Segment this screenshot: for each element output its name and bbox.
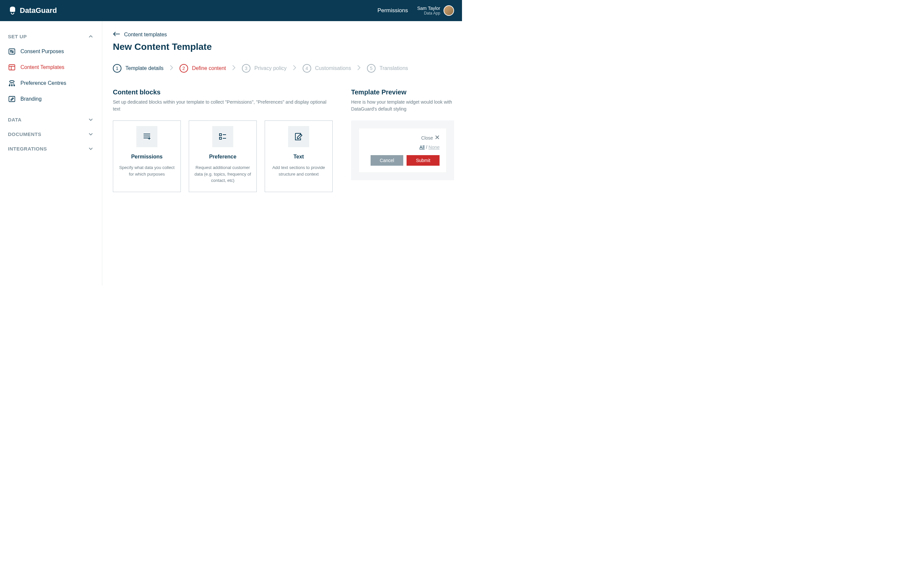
step-label: Customisations <box>315 65 351 71</box>
step-label: Define content <box>192 65 226 71</box>
svg-rect-0 <box>9 49 15 54</box>
stepper: 1 Template details 2 Define content 3 Pr… <box>113 64 454 73</box>
sidebar-section-documents[interactable]: DOCUMENTS <box>0 127 102 141</box>
user-name: Sam Taylor <box>417 6 440 11</box>
breadcrumb-label: Content templates <box>124 32 167 38</box>
sliders-icon <box>8 48 16 56</box>
page-title: New Content Template <box>113 42 454 52</box>
svg-point-13 <box>12 85 12 86</box>
separator: / <box>426 145 427 150</box>
sidebar-section-data[interactable]: DATA <box>0 112 102 127</box>
logo-icon <box>8 6 17 15</box>
block-card-permissions[interactable]: Permissions Specify what data you collec… <box>113 120 181 192</box>
preview-desc: Here is how your template widget would l… <box>351 99 454 113</box>
app-header: DataGuard Permissions Sam Taylor Data Ap… <box>0 0 462 21</box>
edit-icon <box>8 95 16 103</box>
content-blocks-title: Content blocks <box>113 88 333 96</box>
step-translations[interactable]: 5 Translations <box>367 64 408 73</box>
sidebar-item-content-templates[interactable]: Content Templates <box>0 59 102 75</box>
svg-rect-24 <box>219 137 221 139</box>
text-edit-icon <box>288 126 309 147</box>
preview-box: Close All / None <box>351 120 454 180</box>
chevron-right-icon <box>232 65 236 72</box>
chevron-right-icon <box>293 65 297 72</box>
sidebar-section-integrations[interactable]: INTEGRATIONS <box>0 141 102 156</box>
svg-rect-5 <box>9 65 15 70</box>
block-desc: Add text sections to provide structure a… <box>270 164 328 177</box>
close-icon <box>435 135 440 140</box>
block-card-preference[interactable]: Preference Request additional customer d… <box>189 120 257 192</box>
user-sub: Data App <box>417 11 440 15</box>
header-right: Permissions Sam Taylor Data App <box>378 5 454 16</box>
sidebar-item-label: Consent Purposes <box>20 48 64 54</box>
layout-icon <box>8 63 16 71</box>
step-num: 1 <box>113 64 122 73</box>
sidebar-section-label: SET UP <box>8 34 27 39</box>
header-permissions-link[interactable]: Permissions <box>378 7 408 14</box>
sidebar-item-label: Branding <box>20 96 42 102</box>
sidebar-item-preference-centres[interactable]: Preference Centres <box>0 75 102 91</box>
block-desc: Request additional customer data (e.g. t… <box>194 164 252 184</box>
block-title: Text <box>293 154 304 160</box>
chevron-up-icon <box>88 33 94 40</box>
logo[interactable]: DataGuard <box>8 6 57 15</box>
step-label: Translations <box>379 65 408 71</box>
close-label: Close <box>421 135 433 140</box>
preview-widget: Close All / None <box>359 128 446 172</box>
user-text: Sam Taylor Data App <box>417 6 440 15</box>
svg-point-2 <box>11 51 12 51</box>
avatar[interactable] <box>444 5 454 16</box>
chevron-down-icon <box>88 116 94 123</box>
block-card-text[interactable]: Text Add text sections to provide struct… <box>265 120 333 192</box>
sidebar-section-label: DATA <box>8 117 22 122</box>
chevron-down-icon <box>88 145 94 152</box>
preview-title: Template Preview <box>351 88 454 96</box>
step-privacy-policy[interactable]: 3 Privacy policy <box>242 64 287 73</box>
preference-grid-icon <box>212 126 233 147</box>
sidebar-section-setup[interactable]: SET UP <box>0 29 102 43</box>
step-template-details[interactable]: 1 Template details <box>113 64 164 73</box>
preview-all-none: All / None <box>366 145 440 150</box>
breadcrumb[interactable]: Content templates <box>113 32 454 38</box>
svg-point-8 <box>9 80 14 82</box>
all-link[interactable]: All <box>420 145 425 150</box>
user-block[interactable]: Sam Taylor Data App <box>417 5 454 16</box>
sidebar-item-label: Content Templates <box>20 64 64 70</box>
network-icon <box>8 79 16 87</box>
chevron-down-icon <box>88 131 94 137</box>
step-num: 5 <box>367 64 376 73</box>
block-desc: Specify what data you collect for which … <box>118 164 176 177</box>
sidebar: SET UP Consent Purposes <box>0 21 102 286</box>
svg-rect-22 <box>219 134 221 136</box>
chevron-right-icon <box>357 65 361 72</box>
preview-close-button[interactable]: Close <box>366 135 440 140</box>
main-content: Content templates New Content Template 1… <box>102 21 462 286</box>
sidebar-item-label: Preference Centres <box>20 80 66 86</box>
back-arrow-icon <box>113 32 120 38</box>
block-title: Preference <box>209 154 237 160</box>
step-num: 3 <box>242 64 250 73</box>
step-label: Template details <box>125 65 164 71</box>
sidebar-section-label: DOCUMENTS <box>8 131 41 137</box>
step-define-content[interactable]: 2 Define content <box>179 64 226 73</box>
block-title: Permissions <box>131 154 162 160</box>
step-customisations[interactable]: 4 Customisations <box>302 64 351 73</box>
none-link[interactable]: None <box>429 145 440 150</box>
step-label: Privacy policy <box>255 65 287 71</box>
svg-point-4 <box>12 52 14 53</box>
step-num: 2 <box>179 64 188 73</box>
sidebar-item-branding[interactable]: Branding <box>0 91 102 107</box>
chevron-right-icon <box>170 65 174 72</box>
logo-text: DataGuard <box>20 6 57 15</box>
svg-point-12 <box>9 85 10 86</box>
sidebar-item-consent-purposes[interactable]: Consent Purposes <box>0 43 102 59</box>
permissions-list-icon <box>136 126 157 147</box>
content-blocks-desc: Set up dedicated blocks within your temp… <box>113 99 333 113</box>
sidebar-section-label: INTEGRATIONS <box>8 146 47 151</box>
step-num: 4 <box>302 64 311 73</box>
submit-button[interactable]: Submit <box>407 155 440 166</box>
svg-point-14 <box>14 85 15 86</box>
cancel-button[interactable]: Cancel <box>370 155 404 166</box>
